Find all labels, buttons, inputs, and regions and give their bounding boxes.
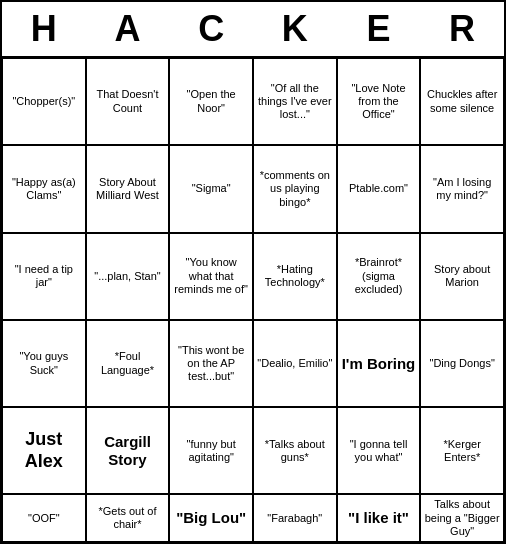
cell-r4-c0: Just Alex [2,407,86,494]
cell-r4-c5: *Kerger Enters* [420,407,504,494]
cell-r0-c2: "Open the Noor" [169,58,253,145]
header-letter-c: C [169,8,253,50]
cell-r5-c5: Talks about being a "Bigger Guy" [420,494,504,542]
cell-r3-c1: *Foul Language* [86,320,170,407]
cell-r4-c2: "funny but agitating" [169,407,253,494]
cell-r0-c0: "Chopper(s)" [2,58,86,145]
cell-r5-c0: "OOF" [2,494,86,542]
cell-r5-c4: "I like it" [337,494,421,542]
cell-r4-c1: Cargill Story [86,407,170,494]
cell-r5-c1: *Gets out of chair* [86,494,170,542]
bingo-grid: "Chopper(s)"That Doesn't Count"Open the … [2,56,504,542]
cell-r2-c3: *Hating Technology* [253,233,337,320]
cell-r2-c4: *Brainrot* (sigma excluded) [337,233,421,320]
cell-r2-c1: "...plan, Stan" [86,233,170,320]
cell-r3-c0: "You guys Suck" [2,320,86,407]
cell-r1-c3: *comments on us playing bingo* [253,145,337,232]
header-row: HACKER [2,2,504,56]
cell-r1-c2: "Sigma" [169,145,253,232]
cell-r3-c4: I'm Boring [337,320,421,407]
cell-r4-c4: "I gonna tell you what" [337,407,421,494]
cell-r4-c3: *Talks about guns* [253,407,337,494]
header-letter-r: R [420,8,504,50]
cell-r2-c5: Story about Marion [420,233,504,320]
cell-r0-c1: That Doesn't Count [86,58,170,145]
cell-r1-c1: Story About Milliard West [86,145,170,232]
cell-r1-c5: "Am I losing my mind?" [420,145,504,232]
cell-r1-c0: "Happy as(a) Clams" [2,145,86,232]
cell-r3-c5: "Ding Dongs" [420,320,504,407]
cell-r2-c0: "I need a tip jar" [2,233,86,320]
header-letter-h: H [2,8,86,50]
header-letter-e: E [337,8,421,50]
cell-r0-c4: "Love Note from the Office" [337,58,421,145]
cell-r5-c2: "Big Lou" [169,494,253,542]
header-letter-k: K [253,8,337,50]
cell-r3-c2: "This wont be on the AP test...but" [169,320,253,407]
header-letter-a: A [86,8,170,50]
cell-r0-c5: Chuckles after some silence [420,58,504,145]
cell-r0-c3: "Of all the things I've ever lost..." [253,58,337,145]
bingo-card: HACKER "Chopper(s)"That Doesn't Count"Op… [0,0,506,544]
cell-r3-c3: "Dealio, Emilio" [253,320,337,407]
cell-r1-c4: Ptable.com" [337,145,421,232]
cell-r2-c2: "You know what that reminds me of" [169,233,253,320]
cell-r5-c3: "Farabagh" [253,494,337,542]
